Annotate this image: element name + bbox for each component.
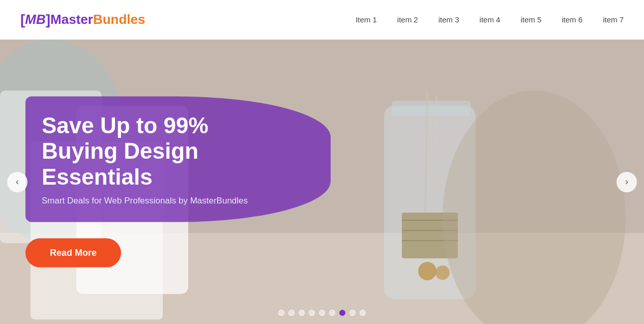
logo[interactable]: [ MB ] MasterBundles <box>20 12 145 28</box>
logo-bundles: Bundles <box>93 12 145 27</box>
hero-text-box: Save Up to 99% Buying Design Essentials … <box>25 96 331 222</box>
svg-point-13 <box>435 266 450 280</box>
svg-point-12 <box>418 262 436 280</box>
hero-title-line2: Buying Design Essentials <box>42 138 198 189</box>
dot-0[interactable] <box>278 310 284 316</box>
dot-4[interactable] <box>319 310 325 316</box>
nav-item-4[interactable]: item 4 <box>480 15 501 24</box>
nav-item-5[interactable]: item 5 <box>520 15 541 24</box>
read-more-button[interactable]: Read More <box>25 239 121 268</box>
dot-3[interactable] <box>309 310 315 316</box>
logo-bracket-left: [ <box>20 12 25 28</box>
hero-content: Save Up to 99% Buying Design Essentials … <box>25 96 331 268</box>
logo-text: MasterBundles <box>50 12 145 27</box>
header: [ MB ] MasterBundles Item 1 item 2 item … <box>0 0 644 40</box>
hero-title-line1: Save Up to 99% <box>42 112 209 137</box>
svg-line-16 <box>435 96 436 213</box>
logo-mb: MB <box>25 12 45 27</box>
dot-2[interactable] <box>299 310 305 316</box>
dot-1[interactable] <box>288 310 295 316</box>
nav-item-7[interactable]: item 7 <box>603 15 624 24</box>
nav-item-6[interactable]: item 6 <box>562 15 582 24</box>
dot-5[interactable] <box>329 310 335 316</box>
hero-title: Save Up to 99% Buying Design Essentials <box>42 112 305 190</box>
slider-dots <box>278 310 366 316</box>
svg-rect-7 <box>392 101 471 116</box>
dot-8[interactable] <box>360 310 366 316</box>
nav-item-1[interactable]: Item 1 <box>356 15 377 24</box>
hero-subtitle: Smart Deals for Web Professionals by Mas… <box>42 196 305 206</box>
hero-section: ‹ Save Up to 99% Buying Design Essential… <box>0 40 644 324</box>
logo-master: Master <box>50 12 93 27</box>
nav-item-3[interactable]: item 3 <box>438 15 459 24</box>
next-arrow[interactable]: › <box>617 172 637 192</box>
nav-item-2[interactable]: item 2 <box>397 15 418 24</box>
dot-7[interactable] <box>349 310 356 316</box>
dot-6[interactable] <box>339 310 345 316</box>
prev-arrow[interactable]: ‹ <box>7 172 27 192</box>
main-nav: Item 1 item 2 item 3 item 4 item 5 item … <box>356 15 624 24</box>
logo-bracket-right: ] <box>46 12 50 28</box>
